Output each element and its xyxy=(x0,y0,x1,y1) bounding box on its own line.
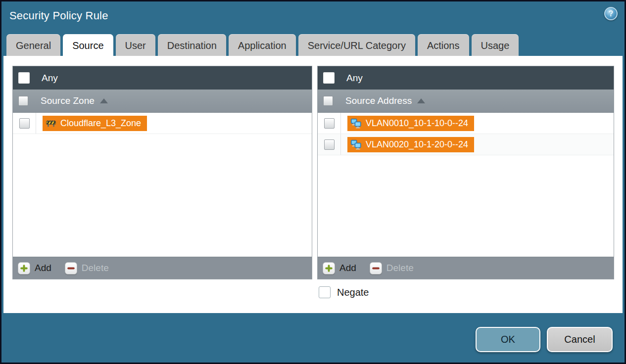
source-zone-column-header[interactable]: Source Zone xyxy=(13,90,312,113)
table-row[interactable]: VLAN0010_10-1-10-0--24 xyxy=(318,113,614,134)
tab-user[interactable]: User xyxy=(116,34,155,57)
source-zone-column-label: Source Zone xyxy=(41,95,95,106)
source-address-footer: Add Delete xyxy=(318,257,614,279)
zone-tag-label: Cloudflare_L3_Zone xyxy=(60,118,141,129)
tab-service-url-category[interactable]: Service/URL Category xyxy=(298,34,415,57)
address-icon xyxy=(350,118,362,129)
source-zone-any-row: Any xyxy=(13,66,312,90)
address-tag[interactable]: VLAN0010_10-1-10-0--24 xyxy=(347,116,474,131)
table-row[interactable]: VLAN0020_10-1-20-0--24 xyxy=(318,134,614,155)
source-address-panel: Any Source Address xyxy=(317,66,614,279)
negate-checkbox[interactable] xyxy=(319,286,331,298)
address-tag[interactable]: VLAN0020_10-1-20-0--24 xyxy=(347,137,474,152)
tab-content-source: Any Source Zone xyxy=(3,56,623,313)
title-bar: Security Policy Rule ? xyxy=(1,1,625,33)
source-zone-selectall-checkbox[interactable] xyxy=(18,96,28,106)
tab-general[interactable]: General xyxy=(6,34,60,57)
source-zone-any-checkbox[interactable] xyxy=(18,72,30,84)
cancel-button[interactable]: Cancel xyxy=(547,327,613,352)
dialog-button-bar: OK Cancel xyxy=(476,327,613,352)
negate-label: Negate xyxy=(337,287,369,298)
address-icon xyxy=(350,139,362,150)
tab-bar: General Source User Destination Applicat… xyxy=(6,34,519,57)
add-zone-button[interactable]: Add xyxy=(18,262,51,274)
ok-button[interactable]: OK xyxy=(476,327,540,352)
row-checkbox[interactable] xyxy=(19,118,30,129)
address-tag-label: VLAN0020_10-1-20-0--24 xyxy=(366,139,468,150)
tab-actions[interactable]: Actions xyxy=(418,34,469,57)
table-row[interactable]: Cloudflare_L3_Zone xyxy=(13,113,312,134)
tab-destination[interactable]: Destination xyxy=(158,34,226,57)
source-zone-panel: Any Source Zone xyxy=(12,66,312,279)
plus-icon xyxy=(18,262,30,274)
source-zone-list: Cloudflare_L3_Zone xyxy=(13,113,312,257)
source-address-any-label: Any xyxy=(346,73,363,84)
security-policy-rule-dialog: Security Policy Rule ? General Source Us… xyxy=(0,0,626,364)
tab-application[interactable]: Application xyxy=(229,34,296,57)
sort-asc-icon xyxy=(417,98,425,103)
delete-address-button: Delete xyxy=(370,262,414,274)
dialog-title: Security Policy Rule xyxy=(9,9,108,22)
zone-icon xyxy=(46,118,56,129)
negate-row: Negate xyxy=(319,286,623,298)
minus-icon xyxy=(65,262,77,274)
source-zone-footer: Add Delete xyxy=(13,257,312,279)
source-address-any-row: Any xyxy=(318,66,614,90)
source-address-selectall-checkbox[interactable] xyxy=(323,96,333,106)
tab-usage[interactable]: Usage xyxy=(472,34,519,57)
source-address-any-checkbox[interactable] xyxy=(323,72,335,84)
tab-source[interactable]: Source xyxy=(63,34,113,57)
source-address-column-label: Source Address xyxy=(345,95,412,106)
row-checkbox[interactable] xyxy=(324,118,335,129)
address-tag-label: VLAN0010_10-1-10-0--24 xyxy=(366,118,468,129)
minus-icon xyxy=(370,262,382,274)
delete-zone-button: Delete xyxy=(65,262,109,274)
source-address-column-header[interactable]: Source Address xyxy=(318,90,614,113)
add-address-button[interactable]: Add xyxy=(323,262,356,274)
source-zone-any-label: Any xyxy=(42,73,58,84)
row-checkbox[interactable] xyxy=(324,139,335,150)
help-icon[interactable]: ? xyxy=(604,7,618,20)
zone-tag[interactable]: Cloudflare_L3_Zone xyxy=(43,116,147,131)
source-address-list: VLAN0010_10-1-10-0--24 xyxy=(318,113,614,257)
sort-asc-icon xyxy=(100,98,108,103)
plus-icon xyxy=(323,262,335,274)
